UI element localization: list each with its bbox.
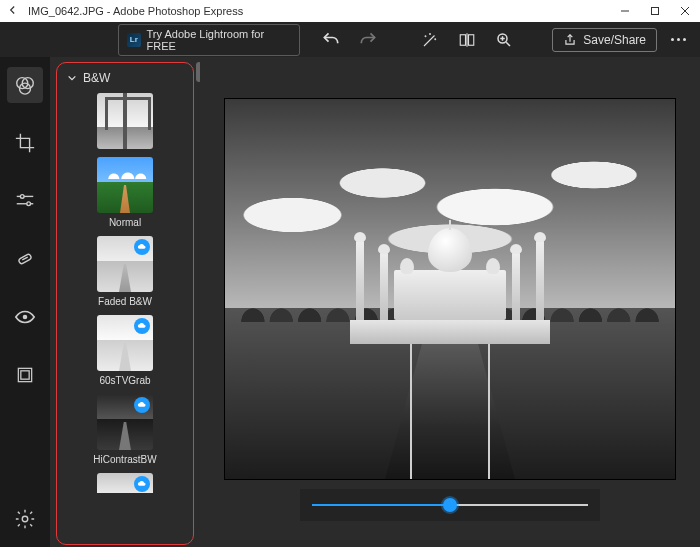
- filter-label: HiContrastBW: [93, 454, 156, 465]
- filter-label: Normal: [109, 217, 141, 228]
- border-tool-button[interactable]: [7, 357, 43, 393]
- svg-point-20: [27, 202, 31, 206]
- compare-button[interactable]: [453, 25, 482, 55]
- filter-hicontrastbw[interactable]: HiContrastBW: [93, 394, 156, 465]
- minimize-button[interactable]: [610, 0, 640, 22]
- cloud-download-icon: [134, 476, 150, 492]
- svg-point-4: [425, 35, 426, 36]
- save-share-button[interactable]: Save/Share: [552, 28, 657, 52]
- filters-highlight-box: B&W Normal: [56, 62, 194, 545]
- save-share-label: Save/Share: [583, 33, 646, 47]
- undo-button[interactable]: [316, 25, 345, 55]
- filters-panel: B&W Normal: [50, 57, 200, 547]
- svg-line-11: [507, 42, 511, 46]
- zoom-button[interactable]: [490, 25, 519, 55]
- left-rail: [0, 57, 50, 547]
- slider-fill: [312, 504, 450, 506]
- svg-point-6: [435, 38, 436, 39]
- cloud-download-icon: [134, 239, 150, 255]
- svg-point-26: [22, 516, 28, 522]
- more-menu-button[interactable]: [665, 32, 692, 47]
- filter-partial[interactable]: [97, 473, 153, 493]
- lightroom-promo-label: Try Adobe Lightroom for FREE: [147, 28, 292, 52]
- filter-label: Faded B&W: [98, 296, 152, 307]
- image-preview[interactable]: [225, 99, 675, 479]
- filter-thumb: [97, 236, 153, 292]
- filter-category-header[interactable]: B&W: [63, 69, 187, 93]
- intensity-slider[interactable]: [312, 504, 588, 506]
- auto-enhance-button[interactable]: [416, 25, 445, 55]
- filter-thumb: [97, 473, 153, 493]
- filter-category-label: B&W: [83, 71, 110, 85]
- filter-normal[interactable]: Normal: [97, 157, 153, 228]
- maximize-button[interactable]: [640, 0, 670, 22]
- svg-rect-1: [652, 8, 659, 15]
- cloud-download-icon: [134, 318, 150, 334]
- filter-label: 60sTVGrab: [99, 375, 150, 386]
- settings-button[interactable]: [7, 501, 43, 537]
- canvas-area: [200, 57, 700, 547]
- looks-tool-button[interactable]: [7, 67, 43, 103]
- window-title: IMG_0642.JPG - Adobe Photoshop Express: [26, 5, 610, 17]
- filter-thumb: [97, 157, 153, 213]
- app-body: B&W Normal: [0, 57, 700, 547]
- slider-knob[interactable]: [443, 498, 457, 512]
- svg-point-23: [23, 315, 28, 320]
- filter-thumb: [97, 315, 153, 371]
- window-controls: [610, 0, 700, 22]
- back-button[interactable]: [0, 3, 26, 19]
- svg-rect-8: [469, 34, 474, 45]
- filter-thumb: [97, 93, 153, 149]
- lightroom-promo-button[interactable]: Lr Try Adobe Lightroom for FREE: [118, 24, 300, 56]
- cloud-download-icon: [134, 397, 150, 413]
- chevron-down-icon: [67, 73, 77, 83]
- svg-point-5: [430, 33, 431, 34]
- close-button[interactable]: [670, 0, 700, 22]
- adjustments-tool-button[interactable]: [7, 183, 43, 219]
- top-toolbar: Lr Try Adobe Lightroom for FREE Save/Sha…: [0, 22, 700, 57]
- titlebar: IMG_0642.JPG - Adobe Photoshop Express: [0, 0, 700, 22]
- filter-bw-default[interactable]: [97, 93, 153, 149]
- redeye-tool-button[interactable]: [7, 299, 43, 335]
- lightroom-badge-icon: Lr: [127, 33, 141, 47]
- filter-thumb: [97, 394, 153, 450]
- crop-tool-button[interactable]: [7, 125, 43, 161]
- filter-60stvgrab[interactable]: 60sTVGrab: [97, 315, 153, 386]
- spot-heal-tool-button[interactable]: [7, 241, 43, 277]
- svg-rect-25: [21, 371, 29, 379]
- svg-rect-7: [461, 34, 466, 45]
- filter-faded-bw[interactable]: Faded B&W: [97, 236, 153, 307]
- svg-point-18: [20, 195, 24, 199]
- filters-list[interactable]: Normal Faded B&W 60sTVGrab: [63, 93, 187, 544]
- redo-button[interactable]: [353, 25, 382, 55]
- app-window: IMG_0642.JPG - Adobe Photoshop Express L…: [0, 0, 700, 547]
- intensity-slider-container: [300, 489, 600, 521]
